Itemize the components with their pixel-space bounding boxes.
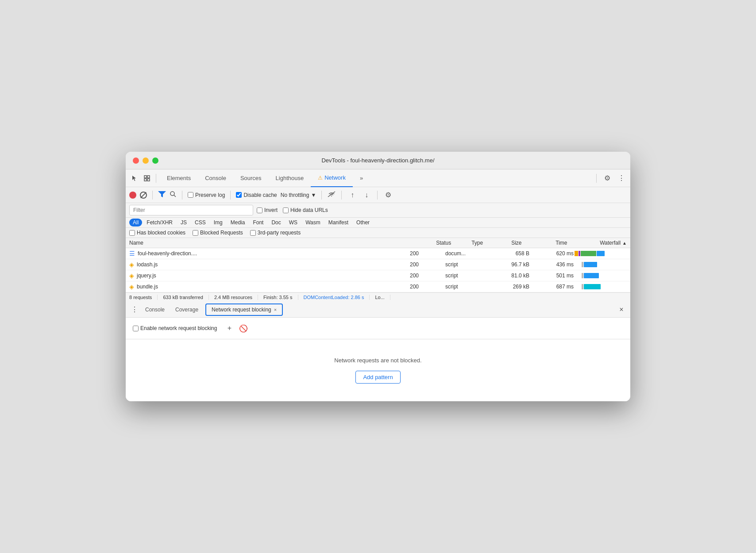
waterfall-3 [574,273,627,279]
resources-size: 2.4 MB resources [209,295,258,300]
maximize-button[interactable] [152,157,158,164]
type-btn-media[interactable]: Media [227,219,249,227]
invert-checkbox[interactable] [257,207,262,213]
wifi-icon[interactable] [327,191,336,199]
dom-content-loaded: DOMContentLoaded: 2.86 s [298,295,370,300]
blocked-cookies-checkbox[interactable] [129,230,135,236]
filter-input[interactable] [129,205,253,215]
not-blocked-message: Network requests are not blocked. [334,357,421,364]
table-row[interactable]: ◈ jquery.js 200 script 81.0 kB 501 ms [126,270,630,281]
hide-data-urls-label[interactable]: Hide data URLs [283,207,328,213]
svg-point-5 [170,192,174,196]
row-name-2: ◈ lodash.js [129,261,410,268]
third-party-label[interactable]: 3rd-party requests [250,230,301,236]
close-panel-icon[interactable]: × [616,304,627,315]
disable-cache-label[interactable]: Disable cache [236,192,277,198]
type-btn-font[interactable]: Font [249,219,267,227]
preserve-log-checkbox[interactable] [188,192,193,198]
status-footer: 8 requests 633 kB transferred 2.4 MB res… [126,292,630,302]
col-type[interactable]: Type [471,240,511,246]
svg-rect-2 [144,179,147,181]
toolbar-icons: ⚙ ⋮ [594,173,627,184]
blocked-requests-label[interactable]: Blocked Requests [193,230,243,236]
preserve-log-label[interactable]: Preserve log [188,192,225,198]
load-time: Lo... [370,295,390,300]
tab-elements[interactable]: Elements [160,169,198,187]
svg-rect-8 [575,251,578,256]
type-btn-fetchxhr[interactable]: Fetch/XHR [143,219,176,227]
blocked-cookies-label[interactable]: Has blocked cookies [129,230,185,236]
blocking-icons: + 🚫 [224,323,249,334]
col-status[interactable]: Status [436,240,471,246]
type-btn-other[interactable]: Other [353,219,373,227]
filter-bar: Invert Hide data URLs [126,203,630,218]
table-row[interactable]: ◈ bundle.js 200 script 269 kB 687 ms [126,281,630,292]
script-icon: ◈ [129,261,134,268]
bottom-tab-console[interactable]: Console [140,302,170,318]
more-icon[interactable]: ⋮ [616,173,627,184]
hide-data-urls-checkbox[interactable] [283,207,289,213]
add-pattern-icon[interactable]: + [224,323,235,334]
disable-cache-checkbox[interactable] [236,192,242,198]
type-btn-js[interactable]: JS [177,219,190,227]
transferred-size: 633 kB transferred [158,295,209,300]
record-button[interactable] [129,192,136,199]
script-icon: ◈ [129,272,134,279]
sep8 [377,191,378,200]
network-settings-icon[interactable]: ⚙ [383,190,393,200]
sep5 [230,191,231,200]
type-filters: All Fetch/XHR JS CSS Img Media Font Doc … [126,218,630,228]
block-icon[interactable]: 🚫 [238,323,249,334]
extra-filters: Has blocked cookies Blocked Requests 3rd… [126,228,630,238]
filter-opts: Invert Hide data URLs [257,207,328,213]
upload-icon[interactable]: ↑ [347,190,358,200]
minimize-button[interactable] [143,157,149,164]
tab-more[interactable]: » [353,169,370,187]
col-waterfall[interactable]: Waterfall ▲ [600,240,627,246]
settings-icon[interactable]: ⚙ [602,173,613,184]
type-btn-wasm[interactable]: Wasm [302,219,324,227]
enable-blocking-label[interactable]: Enable network request blocking [133,325,217,331]
tab-lighthouse[interactable]: Lighthouse [269,169,311,187]
table-row[interactable]: ◈ lodash.js 200 script 96.7 kB 436 ms [126,259,630,270]
sep6 [321,191,322,200]
bottom-tab-network-request-blocking[interactable]: Network request blocking × [205,303,283,316]
three-dot-icon[interactable]: ⋮ [129,305,140,314]
third-party-checkbox[interactable] [250,230,256,236]
table-body: ☰ foul-heavenly-direction.... 200 docum.… [126,248,630,292]
table-row[interactable]: ☰ foul-heavenly-direction.... 200 docum.… [126,248,630,259]
cursor-icon[interactable] [129,173,140,184]
type-btn-doc[interactable]: Doc [268,219,284,227]
col-time[interactable]: Time [555,240,600,246]
close-tab-icon[interactable]: × [274,307,277,312]
close-button[interactable] [133,157,139,164]
type-btn-ws[interactable]: WS [285,219,301,227]
filter-icon[interactable] [158,191,166,199]
clear-button[interactable] [140,192,147,199]
bottom-tab-coverage[interactable]: Coverage [170,302,204,318]
col-name[interactable]: Name [129,240,436,246]
download-icon[interactable]: ↓ [361,190,372,200]
type-btn-all[interactable]: All [129,219,142,227]
blocked-requests-checkbox[interactable] [193,230,198,236]
col-size[interactable]: Size [511,240,555,246]
svg-line-6 [174,195,176,197]
throttle-select[interactable]: No throttling ▼ [281,192,316,198]
tab-sources[interactable]: Sources [233,169,269,187]
inspect-icon[interactable] [142,173,152,184]
add-pattern-button[interactable]: Add pattern [355,371,400,384]
sep4 [182,191,182,200]
doc-icon: ☰ [129,250,135,257]
invert-label[interactable]: Invert [257,207,278,213]
type-btn-img[interactable]: Img [210,219,226,227]
type-btn-css[interactable]: CSS [191,219,209,227]
tab-network[interactable]: ⚠ Network [311,169,353,187]
waterfall-1 [574,250,627,257]
main-toolbar: Elements Console Sources Lighthouse ⚠ Ne… [126,169,630,187]
tab-console[interactable]: Console [198,169,233,187]
svg-marker-4 [158,191,166,197]
search-icon[interactable] [170,191,177,199]
type-btn-manifest[interactable]: Manifest [325,219,352,227]
enable-blocking-checkbox[interactable] [133,326,139,331]
svg-rect-16 [582,284,583,289]
